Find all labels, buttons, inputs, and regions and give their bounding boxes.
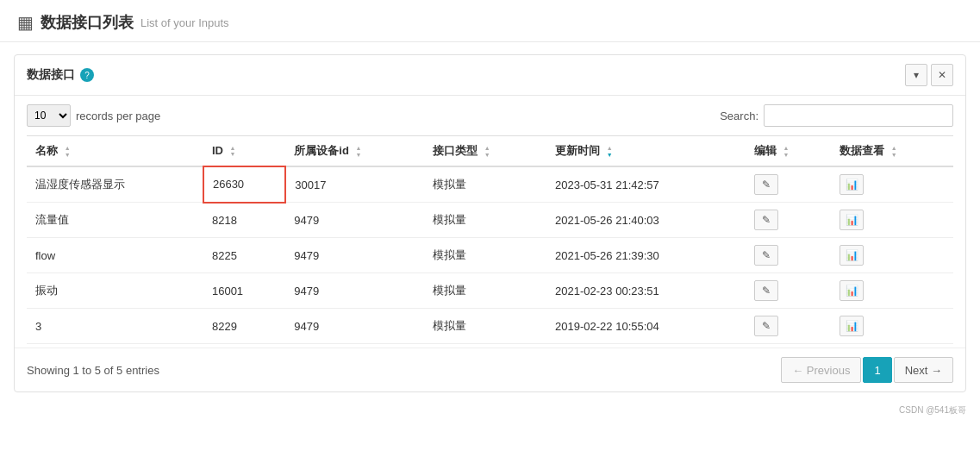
col-name: 名称 ▲▼ (27, 136, 203, 167)
cell-device-id: 30017 (285, 166, 424, 203)
page-1-button[interactable]: 1 (863, 357, 891, 383)
cell-updated-at: 2021-02-23 00:23:51 (546, 273, 746, 309)
cell-edit: ✎ (746, 166, 831, 203)
card-toolbar: 10 25 50 100 records per page Search: (15, 96, 965, 135)
cell-updated-at: 2019-02-22 10:55:04 (546, 309, 746, 344)
help-badge[interactable]: ? (80, 68, 94, 82)
cell-name: 流量值 (27, 203, 203, 238)
cell-edit: ✎ (746, 309, 831, 344)
cell-device-id: 9479 (285, 309, 424, 344)
table-row: 振动160019479模拟量2021-02-23 00:23:51✎📊 (27, 273, 953, 309)
card-header-left: 数据接口 ? (27, 67, 94, 83)
data-table: 名称 ▲▼ ID ▲▼ 所属设备id (27, 135, 953, 344)
cell-updated-at: 2021-05-26 21:39:30 (546, 238, 746, 273)
table-wrapper: 名称 ▲▼ ID ▲▼ 所属设备id (15, 135, 965, 344)
cell-id: 26630 (203, 166, 285, 203)
table-row: 382299479模拟量2019-02-22 10:55:04✎📊 (27, 309, 953, 344)
col-device-id: 所属设备id ▲▼ (285, 136, 424, 167)
sort-type-icon[interactable]: ▲▼ (484, 145, 490, 158)
cell-view: 📊 (831, 309, 953, 344)
col-type: 接口类型 ▲▼ (424, 136, 546, 167)
pagination-info: Showing 1 to 5 of 5 entries (27, 364, 159, 377)
view-chart-button[interactable]: 📊 (840, 174, 864, 195)
cell-type: 模拟量 (424, 166, 546, 203)
table-row: 温湿度传感器显示2663030017模拟量2023-05-31 21:42:57… (27, 166, 953, 203)
sort-name-icon[interactable]: ▲▼ (65, 145, 71, 158)
cell-id: 8218 (203, 203, 285, 238)
cell-edit: ✎ (746, 203, 831, 238)
cell-updated-at: 2021-05-26 21:40:03 (546, 203, 746, 238)
cell-type: 模拟量 (424, 273, 546, 309)
search-input[interactable] (764, 104, 953, 127)
main-card: 数据接口 ? ▾ ✕ 10 25 50 100 records per page… (14, 54, 966, 392)
collapse-button[interactable]: ▾ (905, 64, 927, 86)
view-chart-button[interactable]: 📊 (840, 280, 864, 301)
cell-view: 📊 (831, 238, 953, 273)
card-header: 数据接口 ? ▾ ✕ (15, 55, 965, 96)
cell-view: 📊 (831, 203, 953, 238)
close-button[interactable]: ✕ (931, 64, 953, 86)
table-header-row: 名称 ▲▼ ID ▲▼ 所属设备id (27, 136, 953, 167)
edit-button[interactable]: ✎ (754, 280, 778, 301)
cell-type: 模拟量 (424, 203, 546, 238)
col-id: ID ▲▼ (203, 136, 285, 167)
table-row: 流量值82189479模拟量2021-05-26 21:40:03✎📊 (27, 203, 953, 238)
cell-edit: ✎ (746, 238, 831, 273)
cell-view: 📊 (831, 166, 953, 203)
prev-button[interactable]: ← Previous (781, 357, 861, 383)
table-row: flow82259479模拟量2021-05-26 21:39:30✎📊 (27, 238, 953, 273)
search-label: Search: (720, 110, 758, 122)
sort-updated-at-icon[interactable]: ▲▼ (607, 145, 613, 158)
edit-button[interactable]: ✎ (754, 316, 778, 336)
sort-view-icon[interactable]: ▲▼ (891, 145, 897, 158)
table-head: 名称 ▲▼ ID ▲▼ 所属设备id (27, 136, 953, 167)
cell-name: flow (27, 238, 203, 273)
cell-name: 振动 (27, 273, 203, 309)
per-page-select[interactable]: 10 25 50 100 (27, 104, 71, 127)
cell-updated-at: 2023-05-31 21:42:57 (546, 166, 746, 203)
page-wrapper: ▦ 数据接口列表 List of your Inputs 数据接口 ? ▾ ✕ … (0, 0, 980, 476)
page-header: ▦ 数据接口列表 List of your Inputs (0, 0, 980, 42)
pagination: ← Previous 1 Next → (781, 357, 953, 383)
sort-id-icon[interactable]: ▲▼ (230, 145, 236, 158)
toolbar-left: 10 25 50 100 records per page (27, 104, 160, 127)
view-chart-button[interactable]: 📊 (840, 245, 864, 266)
edit-button[interactable]: ✎ (754, 210, 778, 230)
watermark: CSDN @541板哥 (0, 404, 980, 420)
page-title-en: List of your Inputs (140, 16, 229, 29)
edit-button[interactable]: ✎ (754, 174, 778, 195)
next-button[interactable]: Next → (894, 357, 953, 383)
cell-name: 3 (27, 309, 203, 344)
sort-device-id-icon[interactable]: ▲▼ (355, 145, 361, 158)
cell-view: 📊 (831, 273, 953, 309)
col-updated-at: 更新时间 ▲▼ (546, 136, 746, 167)
view-chart-button[interactable]: 📊 (840, 210, 864, 230)
view-chart-button[interactable]: 📊 (840, 316, 864, 336)
card-header-right: ▾ ✕ (905, 64, 953, 86)
col-edit: 编辑 ▲▼ (746, 136, 831, 167)
cell-edit: ✎ (746, 273, 831, 309)
cell-device-id: 9479 (285, 203, 424, 238)
cell-type: 模拟量 (424, 309, 546, 344)
card-footer: Showing 1 to 5 of 5 entries ← Previous 1… (15, 348, 965, 391)
col-view: 数据查看 ▲▼ (831, 136, 953, 167)
cell-id: 8229 (203, 309, 285, 344)
cell-id: 8225 (203, 238, 285, 273)
chart-icon: ▦ (17, 12, 34, 33)
page-title-cn: 数据接口列表 (41, 12, 134, 33)
per-page-label: records per page (76, 110, 160, 122)
cell-name: 温湿度传感器显示 (27, 166, 203, 203)
cell-device-id: 9479 (285, 238, 424, 273)
cell-type: 模拟量 (424, 238, 546, 273)
sort-edit-icon[interactable]: ▲▼ (783, 145, 789, 158)
cell-id: 16001 (203, 273, 285, 309)
toolbar-right: Search: (720, 104, 953, 127)
table-body: 温湿度传感器显示2663030017模拟量2023-05-31 21:42:57… (27, 166, 953, 344)
card-title: 数据接口 (27, 67, 75, 83)
cell-device-id: 9479 (285, 273, 424, 309)
edit-button[interactable]: ✎ (754, 245, 778, 266)
